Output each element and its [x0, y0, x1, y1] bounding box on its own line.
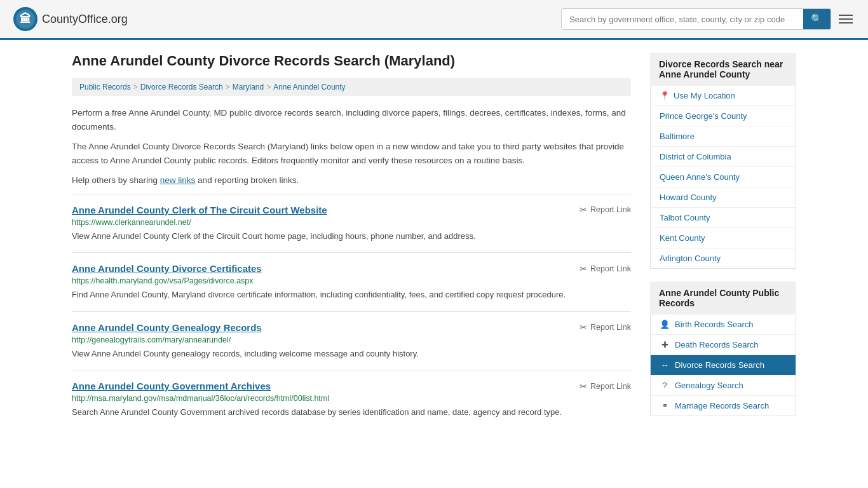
result-header: Anne Arundel County Genealogy Records ✂ …	[72, 322, 631, 333]
breadcrumb-sep-2: >	[226, 83, 230, 92]
nearby-county-5[interactable]: Talbot County	[651, 208, 796, 227]
result-header: Anne Arundel County Divorce Certificates…	[72, 263, 631, 274]
breadcrumb-maryland[interactable]: Maryland	[233, 83, 264, 92]
sidebar-item-divorce[interactable]: ↔ Divorce Records Search	[651, 355, 796, 375]
result-url-2: https://health.maryland.gov/vsa/Pages/di…	[72, 276, 631, 285]
nearby-county-4[interactable]: Howard County	[651, 187, 796, 207]
nearby-county-6[interactable]: Kent County	[651, 228, 796, 248]
sidebar-item-genealogy[interactable]: ? Genealogy Search	[651, 376, 796, 395]
page-title: Anne Arundel County Divorce Records Sear…	[72, 53, 631, 69]
birth-label: Birth Records Search	[675, 320, 754, 329]
description-3: Help others by sharing new links and rep…	[72, 173, 631, 187]
result-desc-1: View Anne Arundel County Clerk of the Ci…	[72, 230, 631, 243]
description-1: Perform a free Anne Arundel County, MD p…	[72, 106, 631, 133]
search-box: 🔍	[561, 8, 831, 30]
report-link-3[interactable]: ✂ Report Link	[580, 322, 631, 332]
result-url-3: http://genealogytrails.com/mary/annearun…	[72, 336, 631, 344]
sidebar: Divorce Records Search near Anne Arundel…	[650, 53, 796, 429]
list-item: ? Genealogy Search	[651, 376, 796, 396]
result-title-4[interactable]: Anne Arundel County Government Archives	[72, 381, 271, 391]
public-records-section: Anne Arundel County Public Records 👤 Bir…	[650, 281, 796, 416]
nearby-county-3[interactable]: Queen Anne's County	[651, 167, 796, 187]
use-location: 📍 Use My Location	[651, 86, 796, 106]
list-item: Arlington County	[651, 248, 796, 268]
nearby-container: 📍 Use My Location Prince George's County…	[650, 86, 796, 269]
report-icon-4: ✂	[580, 381, 587, 391]
breadcrumb-divorce-search[interactable]: Divorce Records Search	[140, 83, 223, 92]
divorce-label: Divorce Records Search	[675, 360, 764, 370]
breadcrumb: Public Records > Divorce Records Search …	[72, 78, 631, 96]
report-label-1: Report Link	[590, 205, 631, 214]
menu-button[interactable]	[836, 12, 855, 26]
result-desc-2: Find Anne Arundel County, Maryland divor…	[72, 288, 631, 301]
breadcrumb-anne-arundel[interactable]: Anne Arundel County	[273, 83, 345, 92]
location-icon: 📍	[660, 91, 670, 100]
description-2: The Anne Arundel County Divorce Records …	[72, 140, 631, 167]
search-button[interactable]: 🔍	[803, 9, 831, 29]
search-area: 🔍	[561, 8, 855, 30]
nearby-list: Prince George's County Baltimore Distric…	[651, 106, 796, 268]
logo-icon: 🏛	[13, 6, 38, 32]
report-link-2[interactable]: ✂ Report Link	[580, 264, 631, 274]
list-item: Talbot County	[651, 208, 796, 228]
question-icon: ?	[660, 381, 670, 390]
public-records-list: 👤 Birth Records Search ✚ Death Records S…	[650, 315, 796, 416]
nearby-county-7[interactable]: Arlington County	[651, 248, 796, 268]
sidebar-item-death[interactable]: ✚ Death Records Search	[651, 335, 796, 355]
result-title-3[interactable]: Anne Arundel County Genealogy Records	[72, 322, 262, 333]
list-item: Baltimore	[651, 126, 796, 147]
report-link-4[interactable]: ✂ Report Link	[580, 381, 631, 391]
new-links-link[interactable]: new links	[160, 175, 196, 185]
result-header: Anne Arundel County Government Archives …	[72, 381, 631, 391]
breadcrumb-public-records[interactable]: Public Records	[79, 83, 131, 92]
result-item: Anne Arundel County Divorce Certificates…	[72, 252, 631, 311]
result-item: Anne Arundel County Clerk of The Circuit…	[72, 194, 631, 253]
marriage-label: Marriage Records Search	[675, 401, 769, 410]
result-title-1[interactable]: Anne Arundel County Clerk of The Circuit…	[72, 205, 327, 215]
logo-area: 🏛 CountyOffice.org	[13, 6, 128, 32]
result-desc-4: Search Anne Arundel County Government ar…	[72, 406, 631, 419]
logo-name: CountyOffice	[42, 13, 108, 25]
nearby-section: Divorce Records Search near Anne Arundel…	[650, 53, 796, 269]
result-header: Anne Arundel County Clerk of The Circuit…	[72, 205, 631, 215]
result-item: Anne Arundel County Genealogy Records ✂ …	[72, 311, 631, 370]
nearby-header: Divorce Records Search near Anne Arundel…	[650, 53, 796, 86]
list-item: ⚭ Marriage Records Search	[651, 396, 796, 416]
report-icon-2: ✂	[580, 264, 587, 274]
report-link-1[interactable]: ✂ Report Link	[580, 205, 631, 215]
result-url-1: https://www.clerkannearundel.net/	[72, 218, 631, 227]
death-label: Death Records Search	[675, 340, 759, 349]
genealogy-label: Genealogy Search	[675, 381, 743, 390]
breadcrumb-sep-1: >	[133, 83, 138, 92]
content-area: Anne Arundel County Divorce Records Sear…	[72, 53, 631, 429]
search-input[interactable]	[562, 10, 803, 29]
sidebar-item-birth[interactable]: 👤 Birth Records Search	[651, 315, 796, 334]
report-icon-3: ✂	[580, 322, 587, 332]
menu-line-2	[839, 18, 853, 20]
nearby-county-1[interactable]: Baltimore	[651, 126, 796, 146]
report-icon-1: ✂	[580, 205, 587, 215]
breadcrumb-sep-3: >	[266, 83, 271, 92]
menu-line-1	[839, 15, 853, 16]
person-icon: 👤	[660, 320, 670, 329]
report-label-4: Report Link	[590, 382, 631, 391]
list-item: Kent County	[651, 228, 796, 248]
list-item: 👤 Birth Records Search	[651, 315, 796, 335]
main-container: Anne Arundel County Divorce Records Sear…	[53, 40, 815, 442]
arrows-icon: ↔	[660, 360, 670, 370]
logo-org: .org	[108, 13, 128, 25]
logo-text: CountyOffice.org	[42, 13, 128, 26]
list-item-active: ↔ Divorce Records Search	[651, 355, 796, 376]
nearby-county-2[interactable]: District of Columbia	[651, 147, 796, 166]
list-item: District of Columbia	[651, 147, 796, 167]
list-item: Queen Anne's County	[651, 167, 796, 187]
public-records-header: Anne Arundel County Public Records	[650, 281, 796, 315]
use-location-link[interactable]: Use My Location	[674, 91, 735, 100]
list-item: Howard County	[651, 187, 796, 208]
nearby-county-0[interactable]: Prince George's County	[651, 106, 796, 126]
result-title-2[interactable]: Anne Arundel County Divorce Certificates	[72, 263, 262, 274]
result-item: Anne Arundel County Government Archives …	[72, 370, 631, 429]
sidebar-item-marriage[interactable]: ⚭ Marriage Records Search	[651, 396, 796, 416]
result-desc-3: View Anne Arundel County genealogy recor…	[72, 348, 631, 360]
report-label-3: Report Link	[590, 323, 631, 332]
